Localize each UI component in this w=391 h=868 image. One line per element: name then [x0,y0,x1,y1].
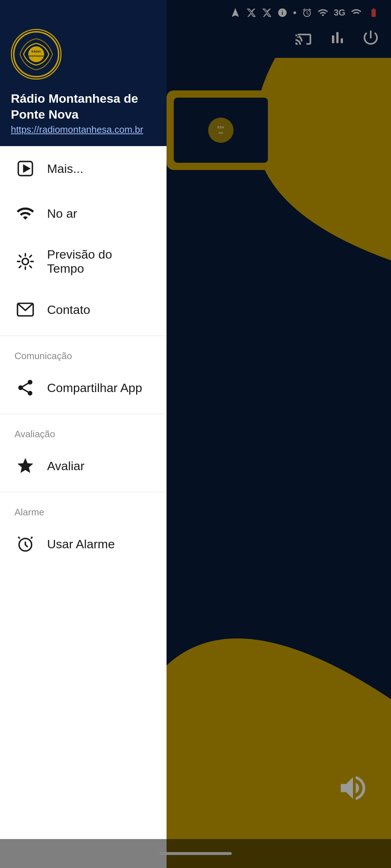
section-alarme: Alarme [0,496,167,522]
menu-item-mais[interactable]: Mais... [0,146,167,191]
divider-3 [0,492,167,492]
no-ar-label: No ar [47,207,77,221]
drawer-menu: Mais... No ar [0,146,167,868]
svg-line-15 [30,266,31,268]
svg-text:MONTANHESA: MONTANHESA [29,55,44,57]
svg-point-9 [22,259,28,265]
contato-label: Contato [47,303,90,317]
compartilhar-label: Compartilhar App [47,381,142,395]
svg-line-17 [30,256,31,258]
divider-2 [0,414,167,414]
drawer-logo-container: RÁDIO MONTANHESA [11,29,156,80]
play-circle-icon [14,158,36,179]
star-icon [14,455,36,477]
previsao-label: Previsão do Tempo [47,247,152,276]
drawer-station-info: Rádio Montanhesa de Ponte Nova https://r… [11,87,156,135]
svg-line-21 [31,537,32,539]
svg-line-16 [19,266,21,268]
menu-item-previsao[interactable]: Previsão do Tempo [0,236,167,287]
menu-item-usar-alarme[interactable]: Usar Alarme [0,522,167,566]
svg-marker-8 [24,166,29,172]
section-comunicacao: Comunicação [0,340,167,365]
mail-icon [14,299,36,320]
drawer-header: RÁDIO MONTANHESA Rádio Montanhesa de Pon… [0,0,167,146]
navigation-drawer: RÁDIO MONTANHESA Rádio Montanhesa de Pon… [0,0,167,868]
svg-point-4 [28,46,44,62]
wifi-icon [14,203,36,224]
menu-item-no-ar[interactable]: No ar [0,191,167,236]
home-indicator[interactable] [159,852,232,855]
usar-alarme-label: Usar Alarme [47,537,115,551]
overlay-dimmer[interactable] [167,0,391,868]
alarm-icon [14,533,36,555]
svg-line-14 [19,256,21,258]
sun-icon [14,251,36,272]
bottom-navigation-bar [0,839,391,868]
svg-text:RÁDIO: RÁDIO [31,50,41,53]
share-icon [14,377,36,399]
avaliar-label: Avaliar [47,459,84,473]
menu-item-avaliar[interactable]: Avaliar [0,443,167,488]
menu-item-contato[interactable]: Contato [0,287,167,332]
station-logo: RÁDIO MONTANHESA [11,29,62,80]
section-avaliacao: Avaliação [0,418,167,443]
station-url: https://radiomontanhesa.com.br [11,124,156,135]
divider-1 [0,336,167,336]
station-name: Rádio Montanhesa de Ponte Nova [11,90,156,122]
svg-line-20 [18,537,20,539]
menu-item-compartilhar[interactable]: Compartilhar App [0,365,167,410]
mais-label: Mais... [47,162,83,176]
